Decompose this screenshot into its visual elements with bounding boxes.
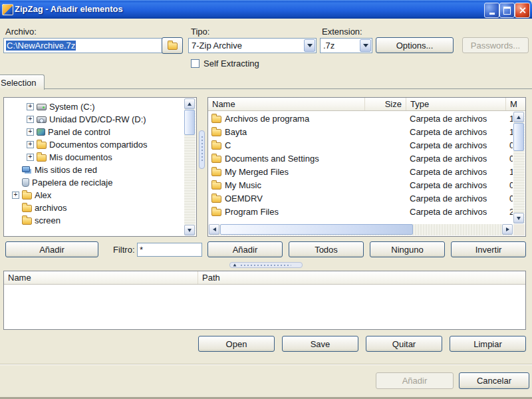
minimize-icon bbox=[489, 13, 495, 15]
scroll-left-icon[interactable] bbox=[209, 224, 219, 235]
tree-item-label: Alex bbox=[35, 190, 51, 200]
tree-item-dvd-drive[interactable]: + Unidad DVD/CD-RW (D:) bbox=[5, 113, 183, 126]
tree-item-label: Mis documentos bbox=[49, 152, 112, 162]
maximize-icon bbox=[503, 7, 511, 15]
cd-drive-icon bbox=[37, 116, 47, 123]
expand-icon[interactable]: + bbox=[27, 141, 34, 148]
archivo-label: Archivo: bbox=[5, 27, 37, 37]
tree-item-label: Unidad DVD/CD-RW (D:) bbox=[49, 114, 146, 124]
folder-icon bbox=[211, 196, 221, 203]
remove-button[interactable]: Quitar bbox=[366, 336, 442, 352]
horizontal-splitter[interactable] bbox=[229, 262, 303, 268]
tree-item-label: Documentos compartidos bbox=[49, 140, 147, 150]
passwords-button: Passwords... bbox=[462, 37, 529, 53]
queue-list-body[interactable] bbox=[5, 285, 525, 329]
column-header-modified[interactable]: M bbox=[506, 98, 525, 110]
extension-value: .7z bbox=[323, 41, 334, 51]
column-header-size[interactable]: Size bbox=[365, 98, 406, 110]
file-list-hscrollbar[interactable] bbox=[209, 224, 513, 235]
folder-icon bbox=[211, 142, 221, 150]
column-header-name[interactable]: Name bbox=[4, 271, 198, 284]
extension-select[interactable]: .7z bbox=[320, 38, 372, 53]
titlebar[interactable]: ZipZag - Añadir elementos bbox=[0, 0, 532, 19]
footer-divider bbox=[0, 364, 532, 365]
expand-icon[interactable]: + bbox=[27, 154, 34, 161]
archive-path-input[interactable]: C:\NewArchive.7z bbox=[3, 38, 164, 53]
tree-item-shared-documents[interactable]: + Documentos compartidos bbox=[5, 138, 183, 151]
column-header-name[interactable]: Name bbox=[208, 98, 365, 110]
expand-icon[interactable]: + bbox=[27, 116, 34, 123]
tree-item-alex[interactable]: + Alex bbox=[5, 189, 183, 201]
tree-item-recycle-bin[interactable]: Papelera de reciclaje bbox=[5, 176, 183, 189]
tree-item-label: screen bbox=[35, 215, 61, 225]
scrollbar-thumb[interactable] bbox=[513, 123, 524, 151]
file-list-header: Name Size Type M bbox=[208, 98, 525, 111]
file-row[interactable]: C Carpeta de archivos 05 bbox=[209, 138, 513, 152]
expand-icon[interactable]: + bbox=[12, 192, 19, 199]
self-extracting-label: Self Extracting bbox=[203, 59, 259, 68]
close-icon bbox=[519, 7, 526, 14]
folder-icon bbox=[211, 116, 221, 123]
add-archive-button: Añadir bbox=[376, 372, 454, 389]
select-all-button[interactable]: Todos bbox=[289, 241, 364, 257]
tipo-label: Tipo: bbox=[191, 27, 209, 37]
column-header-type[interactable]: Type bbox=[406, 98, 506, 110]
options-button[interactable]: Options... bbox=[376, 37, 454, 53]
invert-selection-button[interactable]: Invertir bbox=[451, 241, 526, 257]
scroll-up-icon[interactable] bbox=[513, 112, 524, 122]
column-header-path[interactable]: Path bbox=[198, 271, 525, 284]
expand-icon[interactable]: + bbox=[27, 128, 34, 136]
folder-icon bbox=[211, 129, 221, 136]
add-selected-button[interactable]: Añadir bbox=[207, 241, 283, 257]
maximize-button[interactable] bbox=[499, 3, 515, 18]
window-title: ZipZag - Añadir elementos bbox=[15, 4, 123, 14]
close-button[interactable] bbox=[515, 3, 530, 18]
folder-tree: + System (C:) + Unidad DVD/CD-RW (D:) + … bbox=[5, 100, 183, 235]
file-row[interactable]: My Music Carpeta de archivos 09 bbox=[209, 178, 513, 192]
app-icon bbox=[2, 4, 13, 15]
file-row[interactable]: Program Files Carpeta de archivos 21 bbox=[209, 205, 513, 218]
folder-icon bbox=[211, 182, 221, 190]
tree-item-control-panel[interactable]: + Panel de control bbox=[5, 126, 183, 138]
chevron-down-icon[interactable] bbox=[304, 39, 315, 52]
expand-icon[interactable]: + bbox=[27, 103, 34, 110]
drive-icon bbox=[37, 104, 47, 110]
archive-type-select[interactable]: 7-Zip Archive bbox=[188, 38, 317, 53]
tree-scrollbar[interactable] bbox=[184, 98, 196, 235]
add-folder-button[interactable]: Añadir bbox=[5, 241, 98, 257]
file-row[interactable]: Documents and Settings Carpeta de archiv… bbox=[209, 152, 513, 165]
scrollbar-thumb[interactable] bbox=[184, 110, 195, 135]
tree-item-system-c[interactable]: + System (C:) bbox=[5, 100, 183, 113]
tab-selection[interactable]: Selection bbox=[0, 74, 45, 90]
scrollbar-thumb[interactable] bbox=[220, 224, 413, 235]
chevron-down-icon[interactable] bbox=[360, 39, 371, 52]
file-row[interactable]: Archivos de programa Carpeta de archivos… bbox=[209, 112, 513, 125]
open-button[interactable]: Open bbox=[198, 336, 275, 352]
save-button[interactable]: Save bbox=[282, 336, 358, 352]
file-list-panel: Name Size Type M Archivos de programa Ca… bbox=[207, 97, 526, 237]
scroll-down-icon[interactable] bbox=[513, 213, 524, 223]
self-extracting-checkbox[interactable] bbox=[191, 59, 200, 68]
clear-button[interactable]: Limpiar bbox=[450, 336, 526, 352]
file-row[interactable]: My Merged Files Carpeta de archivos 12 bbox=[209, 165, 513, 178]
browse-button[interactable] bbox=[162, 37, 183, 54]
scroll-right-icon[interactable] bbox=[502, 224, 513, 235]
vertical-splitter[interactable] bbox=[199, 130, 205, 169]
file-list-vscrollbar[interactable] bbox=[513, 112, 525, 223]
tree-item-network-places[interactable]: Mis sitios de red bbox=[5, 164, 183, 176]
folder-icon bbox=[22, 217, 32, 225]
filtro-label: Filtro: bbox=[113, 245, 135, 255]
control-panel-icon bbox=[37, 128, 45, 136]
tree-item-my-documents[interactable]: + Mis documentos bbox=[5, 151, 183, 164]
minimize-button[interactable] bbox=[484, 3, 499, 18]
scroll-up-icon[interactable] bbox=[184, 98, 195, 109]
tree-item-archivos[interactable]: archivos bbox=[5, 201, 183, 214]
tree-item-screen[interactable]: screen bbox=[5, 214, 183, 227]
file-list: Archivos de programa Carpeta de archivos… bbox=[209, 112, 513, 223]
select-none-button[interactable]: Ninguno bbox=[370, 241, 445, 257]
scroll-down-icon[interactable] bbox=[184, 225, 195, 235]
file-row[interactable]: OEMDRV Carpeta de archivos 05 bbox=[209, 192, 513, 205]
filter-input[interactable]: * bbox=[137, 243, 202, 257]
file-row[interactable]: Bayta Carpeta de archivos 19 bbox=[209, 125, 513, 138]
cancel-button[interactable]: Cancelar bbox=[459, 372, 529, 389]
